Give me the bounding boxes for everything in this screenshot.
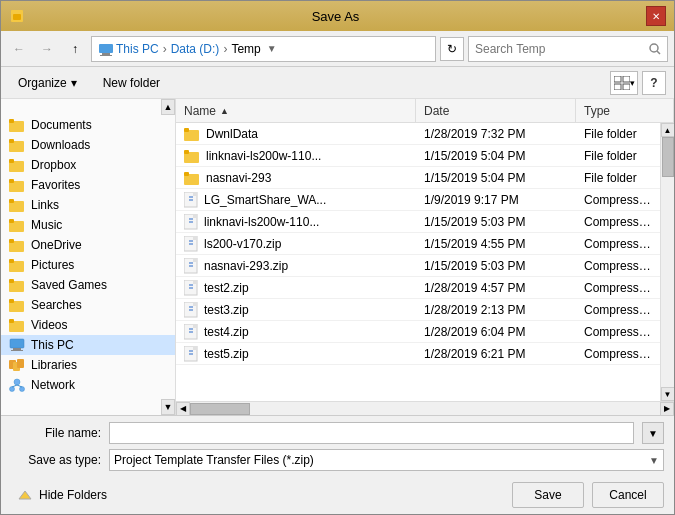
file-list-scrollbar[interactable]: ▲ ▼ [660,123,674,401]
col-header-type[interactable]: Type [576,99,674,122]
organize-button[interactable]: Organize ▾ [9,71,86,95]
scroll-down-btn[interactable]: ▼ [661,387,675,401]
col-header-date[interactable]: Date [416,99,576,122]
svg-rect-63 [193,192,197,196]
sidebar-item-music[interactable]: Music [1,215,175,235]
filename-dropdown-btn[interactable]: ▼ [642,422,664,444]
svg-rect-46 [11,350,23,351]
sidebar-item-dropbox[interactable]: Dropbox [1,155,175,175]
view-button[interactable]: ▾ [610,71,638,95]
folder-icon [9,178,25,192]
file-name: ls200-v170.zip [176,236,416,252]
svg-rect-2 [99,44,113,53]
svg-rect-22 [9,179,14,183]
breadcrumb: This PC › Data (D:) › Temp ▼ [91,36,436,62]
save-button[interactable]: Save [512,482,584,508]
sidebar-scroll-down[interactable]: ▼ [161,399,175,415]
breadcrumb-arrow[interactable]: ▼ [267,43,277,54]
svg-rect-64 [189,196,193,198]
zip-icon [184,324,198,340]
sidebar-item-label: Downloads [31,138,90,152]
help-button[interactable]: ? [642,71,666,95]
sidebar-item-videos[interactable]: Videos [1,315,175,335]
sidebar-item-downloads[interactable]: Downloads [1,135,175,155]
svg-rect-98 [193,346,197,350]
svg-rect-19 [9,159,14,163]
breadcrumb-this-pc[interactable]: This PC [116,42,159,56]
folder-icon [9,258,25,272]
table-row[interactable]: test5.zip 1/28/2019 6:21 PM Compressed (… [176,343,660,365]
table-row[interactable]: DwnlData 1/28/2019 7:32 PM File folder [176,123,660,145]
h-scroll-right-btn[interactable]: ▶ [660,402,674,416]
back-button[interactable]: ← [7,37,31,61]
savetype-select[interactable]: Project Template Transfer Files (*.zip) … [109,449,664,471]
up-button[interactable]: ↑ [63,37,87,61]
file-type: Compressed (zipp... [576,281,660,295]
svg-rect-43 [9,319,14,323]
scroll-track [661,137,675,387]
sidebar-item-libraries[interactable]: Libraries [1,355,175,375]
file-name: LG_SmartShare_WA... [176,192,416,208]
sidebar-item-pictures[interactable]: Pictures [1,255,175,275]
svg-rect-25 [9,199,14,203]
scroll-thumb[interactable] [662,137,674,177]
sidebar-item-network[interactable]: Network [1,375,175,395]
file-name: test2.zip [176,280,416,296]
sidebar-item-documents[interactable]: Documents [1,115,175,135]
table-row[interactable]: LG_SmartShare_WA... 1/9/2019 9:17 PM Com… [176,189,660,211]
table-row[interactable]: test4.zip 1/28/2019 6:04 PM Compressed (… [176,321,660,343]
sidebar-item-label: Favorites [31,178,80,192]
scroll-up-btn[interactable]: ▲ [661,123,675,137]
libraries-icon [9,358,25,372]
hide-folders-icon [17,487,33,503]
folder-icon [9,238,25,252]
h-scroll-left-btn[interactable]: ◀ [176,402,190,416]
sidebar-item-links[interactable]: Links [1,195,175,215]
table-row[interactable]: linknavi-ls200w-110... 1/15/2019 5:03 PM… [176,211,660,233]
sidebar-item-label: OneDrive [31,238,82,252]
file-date: 1/28/2019 2:13 PM [416,303,576,317]
sidebar-item-searches[interactable]: Searches [1,295,175,315]
main-area: ▲ DocumentsDownloadsDropboxFavoritesLink… [1,99,674,415]
svg-rect-100 [189,353,193,355]
search-icon [649,43,661,55]
sidebar-item-this-pc[interactable]: This PC [1,335,175,355]
sidebar-item-label: Pictures [31,258,74,272]
sidebar-item-label: Saved Games [31,278,107,292]
forward-button[interactable]: → [35,37,59,61]
h-scroll-thumb[interactable] [190,403,250,415]
svg-rect-58 [184,150,189,154]
sidebar-item-onedrive[interactable]: OneDrive [1,235,175,255]
sidebar-item-favorites[interactable]: Favorites [1,175,175,195]
sidebar-scroll-up[interactable]: ▲ [161,99,175,115]
breadcrumb-data-d[interactable]: Data (D:) [171,42,220,56]
file-name: nasnavi-293.zip [176,258,416,274]
col-header-name[interactable]: Name ▲ [176,99,416,122]
table-row[interactable]: linknavi-ls200w-110... 1/15/2019 5:04 PM… [176,145,660,167]
file-type: Compressed (zipp... [576,237,660,251]
search-input[interactable] [475,42,645,56]
sidebar-item-saved-games[interactable]: Saved Games [1,275,175,295]
zip-icon [184,258,198,274]
svg-rect-10 [623,84,630,90]
svg-rect-68 [193,214,197,218]
search-box[interactable] [468,36,668,62]
refresh-button[interactable]: ↻ [440,37,464,61]
svg-rect-73 [193,236,197,240]
new-folder-button[interactable]: New folder [94,71,169,95]
action-row: Hide Folders Save Cancel [11,476,664,508]
dialog-icon [9,8,25,24]
table-row[interactable]: test2.zip 1/28/2019 4:57 PM Compressed (… [176,277,660,299]
filename-input[interactable] [109,422,634,444]
title-bar: Save As ✕ [1,1,674,31]
table-row[interactable]: nasnavi-293.zip 1/15/2019 5:03 PM Compre… [176,255,660,277]
view-icon [614,76,630,90]
table-row[interactable]: test3.zip 1/28/2019 2:13 PM Compressed (… [176,299,660,321]
close-button[interactable]: ✕ [646,6,666,26]
hide-folders-button[interactable]: Hide Folders [11,487,113,503]
table-row[interactable]: nasnavi-293 1/15/2019 5:04 PM File folde… [176,167,660,189]
cancel-button[interactable]: Cancel [592,482,664,508]
file-list: DwnlData 1/28/2019 7:32 PM File folder l… [176,123,660,401]
table-row[interactable]: ls200-v170.zip 1/15/2019 4:55 PM Compres… [176,233,660,255]
svg-rect-9 [614,84,621,90]
